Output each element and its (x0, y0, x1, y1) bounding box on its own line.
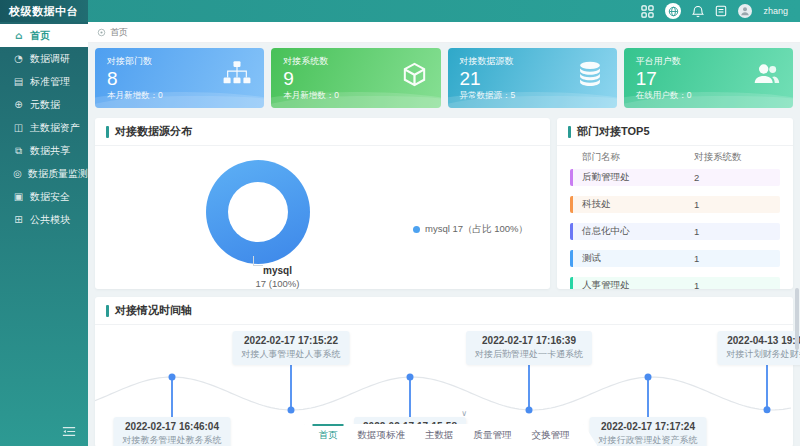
document-icon[interactable] (715, 5, 727, 17)
top5-col-dept: 部门名称 (582, 151, 694, 164)
donut-chart-area: mysql 17 (100%) mysql 17（占比 100%） (95, 146, 550, 289)
breadcrumb[interactable]: 首页 (88, 22, 800, 43)
timeline-event-time: 2022-02-17 17:17:24 (599, 421, 698, 432)
standard-icon: ▤ (13, 76, 24, 87)
sidebar-item-8[interactable]: ⊞公共模块 (0, 208, 88, 231)
quality-icon: ◎ (13, 168, 22, 179)
bottom-tab-0[interactable]: 首页 (309, 424, 348, 446)
sidebar: ⌂首页◔数据调研▤标准管理⊕元数据◫主数据资产⧉数据共享◎数据质量监测▣数据安全… (0, 22, 88, 446)
bottom-tab-1[interactable]: 数据项标准 (348, 424, 416, 446)
legend-dot-icon (413, 226, 420, 233)
timeline-node-4 (645, 374, 652, 381)
sidebar-item-4[interactable]: ◫主数据资产 (0, 116, 88, 139)
sidebar-item-label: 公共模块 (30, 213, 70, 227)
security-icon: ▣ (13, 191, 24, 202)
username-label[interactable]: zhang (763, 6, 788, 16)
stat-card-0: 对接部门数8本月新增数：0 (95, 48, 264, 108)
masterdata-icon: ◫ (13, 122, 24, 133)
sidebar-item-2[interactable]: ▤标准管理 (0, 70, 88, 93)
sidebar-item-label: 数据调研 (30, 52, 70, 66)
datasource-donut-chart (206, 160, 310, 264)
breadcrumb-label: 首页 (110, 26, 128, 39)
timeline-tooltip-4: 2022-02-17 17:17:24对接行政管理处资产系统 (590, 417, 707, 446)
timeline-event-desc: 对接教务管理处教务系统 (123, 434, 222, 446)
sidebar-item-5[interactable]: ⧉数据共享 (0, 139, 88, 162)
timeline-event-time: 2022-02-17 17:15:22 (242, 335, 341, 346)
top5-col-count: 对接系统数 (694, 151, 780, 164)
sidebar-item-label: 数据质量监测 (28, 167, 88, 181)
sidebar-item-label: 标准管理 (30, 75, 70, 89)
timeline-event-time: 2022-02-17 17:16:39 (475, 335, 583, 346)
stat-card-3: 平台用户数17在线用户数：0 (624, 48, 793, 108)
module-icon: ⊞ (13, 214, 24, 225)
stat-cards-row: 对接部门数8本月新增数：0对接系统数9本月新增数：0对接数据源数21异常数据源：… (95, 48, 793, 108)
app-header: 校级数据中台 (0, 0, 800, 22)
sidebar-item-3[interactable]: ⊕元数据 (0, 93, 88, 116)
timeline-tooltip-0: 2022-02-17 16:46:04对接教务管理处教务系统 (114, 417, 231, 446)
timeline-node-2 (407, 374, 414, 381)
timeline-panel: 对接情况时间轴 2022-02-17 16:46:04对接教务管理处教务系统20… (95, 297, 793, 446)
bottom-tab-3[interactable]: 质量管理 (464, 424, 522, 446)
vertical-scrollbar[interactable] (795, 288, 799, 350)
stat-card-subtitle: 本月新增数：0 (107, 90, 252, 102)
top5-system-count: 2 (694, 172, 780, 183)
apps-grid-icon[interactable] (641, 5, 654, 18)
timeline-tooltip-5: 2022-04-13 19:02对接计划财务处财务 (718, 331, 800, 365)
bottom-tab-2[interactable]: 主数据 (415, 424, 464, 446)
users-icon (753, 61, 780, 90)
timeline-tooltip-1: 2022-02-17 17:15:22对接人事管理处人事系统 (233, 331, 350, 365)
globe-icon[interactable] (665, 3, 681, 19)
notification-bell-icon[interactable] (692, 5, 704, 18)
panel-accent-bar (106, 305, 109, 317)
timeline-tooltip-3: 2022-02-17 17:16:39对接后勤管理处一卡通系统 (466, 331, 592, 365)
stat-card-subtitle: 异常数据源：5 (460, 90, 605, 102)
metadata-icon: ⊕ (13, 99, 24, 110)
top5-row-3: 测试1 (570, 250, 780, 267)
top5-dept-name: 信息化中心 (582, 225, 694, 238)
timeline-node-0 (169, 374, 176, 381)
pie-legend-item[interactable]: mysql 17（占比 100%） (413, 223, 528, 236)
bottom-tab-4[interactable]: 交换管理 (522, 424, 580, 446)
survey-icon: ◔ (13, 53, 24, 64)
main-area: 首页 对接部门数8本月新增数：0对接系统数9本月新增数：0对接数据源数21异常数… (88, 22, 800, 446)
sidebar-item-label: 数据安全 (30, 190, 70, 204)
sidebar-item-label: 元数据 (30, 98, 60, 112)
top5-table-header: 部门名称 对接系统数 (570, 151, 780, 164)
middle-row: 对接数据源分布 mysql 17 (100%) mysql 17（占比 100%… (95, 118, 793, 289)
sidebar-item-7[interactable]: ▣数据安全 (0, 185, 88, 208)
sidebar-item-label: 主数据资产 (30, 121, 80, 135)
timeline-node-5 (764, 406, 771, 413)
share-icon: ⧉ (13, 145, 24, 157)
top5-system-count: 1 (694, 199, 780, 210)
timeline-event-desc: 对接后勤管理处一卡通系统 (475, 348, 583, 361)
datasource-panel-title: 对接数据源分布 (115, 124, 192, 139)
stat-card-2: 对接数据源数21异常数据源：5 (448, 48, 617, 108)
user-avatar-icon[interactable] (738, 4, 752, 18)
timeline-panel-title: 对接情况时间轴 (115, 303, 192, 318)
top5-row-0: 后勤管理处2 (570, 169, 780, 186)
top5-dept-name: 人事管理处 (582, 279, 694, 289)
top5-system-count: 1 (694, 253, 780, 264)
sidebar-item-1[interactable]: ◔数据调研 (0, 47, 88, 70)
stat-card-1: 对接系统数9本月新增数：0 (271, 48, 440, 108)
timeline-node-3 (526, 406, 533, 413)
sidebar-item-6[interactable]: ◎数据质量监测 (0, 162, 88, 185)
top5-system-count: 1 (694, 226, 780, 237)
top5-system-count: 1 (694, 280, 780, 289)
content: 对接部门数8本月新增数：0对接系统数9本月新增数：0对接数据源数21异常数据源：… (88, 43, 800, 446)
donut-callout-label: mysql 17 (100%) (225, 265, 330, 289)
sidebar-item-label: 数据共享 (30, 144, 70, 158)
app-root: 校级数据中台 (0, 0, 800, 446)
panel-accent-bar (106, 126, 109, 138)
sidebar-menu: ⌂首页◔数据调研▤标准管理⊕元数据◫主数据资产⧉数据共享◎数据质量监测▣数据安全… (0, 22, 88, 231)
timeline-event-desc: 对接行政管理处资产系统 (599, 434, 698, 446)
panel-accent-bar (568, 126, 571, 138)
app-logo: 校级数据中台 (0, 0, 88, 22)
sidebar-collapse-icon[interactable] (62, 426, 76, 439)
stat-card-subtitle: 在线用户数：0 (636, 90, 781, 102)
top5-dept-name: 测试 (582, 252, 694, 265)
top5-dept-name: 科技处 (582, 198, 694, 211)
timeline-event-time: 2022-02-17 16:46:04 (123, 421, 222, 432)
sidebar-item-0[interactable]: ⌂首页 (0, 24, 88, 47)
caret-icon: ∨ (461, 409, 467, 418)
